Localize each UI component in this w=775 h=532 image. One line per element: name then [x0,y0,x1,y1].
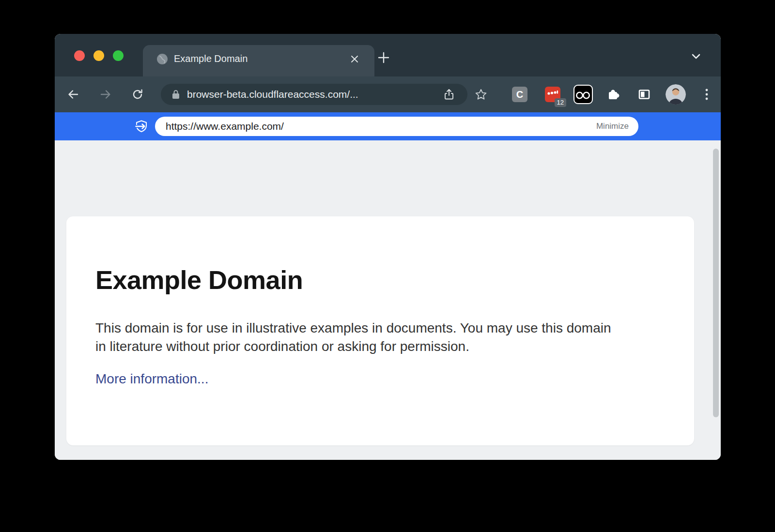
profile-avatar[interactable] [666,84,686,105]
page-heading: Example Domain [95,216,665,295]
tab-close-icon[interactable] [349,54,360,64]
remote-browser-bar: Minimize [55,112,721,140]
extension-two-circles-icon[interactable] [574,85,593,104]
extension-count-badge: 12 [555,98,566,107]
tab-strip: Example Domain [55,34,721,76]
traffic-light-zoom-button[interactable] [113,50,124,61]
address-bar-url[interactable]: browser-beta.cloudflareaccess.com/... [187,89,467,100]
extension-c-icon[interactable]: C [512,87,527,102]
isolation-shield-icon [135,120,148,133]
bookmark-star-icon[interactable] [475,88,487,101]
traffic-light-minimize-button[interactable] [93,50,104,61]
new-tab-button[interactable] [374,48,393,67]
extensions-puzzle-icon[interactable] [607,88,620,101]
minimize-button[interactable]: Minimize [596,122,629,131]
address-bar[interactable]: browser-beta.cloudflareaccess.com/... [161,84,467,105]
tab-example-domain[interactable]: Example Domain [143,45,374,76]
page-viewport: Example Domain This domain is for use in… [55,140,721,460]
remote-url-input[interactable] [165,120,596,133]
page-paragraph: This domain is for use in illustrative e… [95,319,621,356]
share-icon[interactable] [443,89,455,100]
more-information-link[interactable]: More information... [95,371,208,387]
chrome-menu-kebab-icon[interactable] [704,88,710,101]
reload-icon[interactable] [131,88,144,101]
globe-favicon-icon [156,53,169,65]
back-icon[interactable] [67,88,79,101]
remote-address-bar[interactable]: Minimize [155,117,638,136]
vertical-scrollbar-thumb[interactable] [713,149,719,417]
traffic-light-close-button[interactable] [74,50,85,61]
side-panel-icon[interactable] [637,88,651,101]
tab-search-chevron-icon[interactable] [691,53,701,60]
content-card: Example Domain This domain is for use in… [66,216,694,445]
forward-icon[interactable] [99,88,112,101]
lock-icon[interactable] [171,90,180,99]
extension-red-dots-icon[interactable]: 12 [545,87,560,102]
browser-window: Example Domain [55,34,721,460]
tab-title: Example Domain [174,53,248,64]
browser-toolbar: browser-beta.cloudflareaccess.com/... C [55,76,721,112]
